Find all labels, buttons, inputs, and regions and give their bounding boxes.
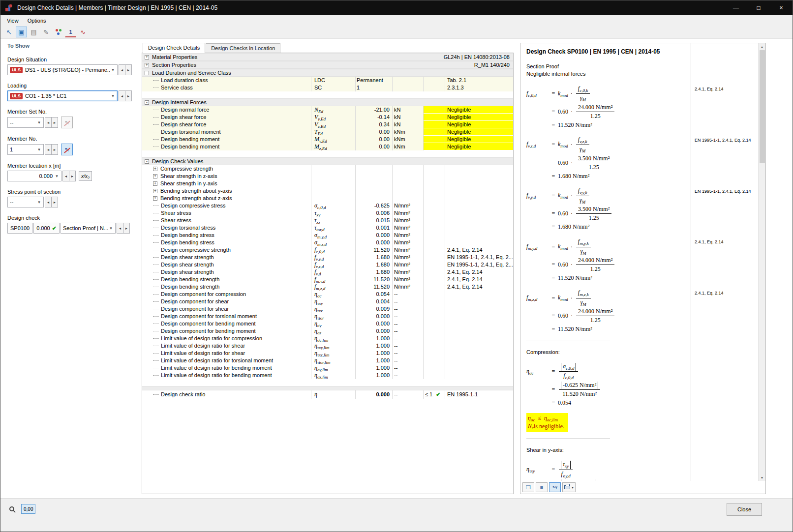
print-button[interactable]: ▾ [562,482,576,492]
pin-check-button[interactable]: ▣ [16,27,27,37]
expand-icon[interactable]: + [153,167,157,171]
table-row[interactable]: Design bending strengthfm,y,d11.520N/mm²… [142,276,513,283]
table-section-row[interactable]: +Material PropertiesGL24h | EN 14080:201… [142,53,513,61]
stress-point-select[interactable]: -- ▾ [7,197,44,207]
menu-options[interactable]: Options [23,17,51,25]
member-prev-button[interactable]: ◄ [45,144,52,155]
member-set-prev-button[interactable]: ◄ [45,117,52,128]
table-row[interactable]: +Bending strength about y-axis [142,187,513,195]
table-row[interactable]: Design bending strengthfm,z,d11.520N/mm²… [142,283,513,291]
result-diagram-button[interactable]: ∿ [77,27,89,37]
pick-member-button[interactable]: ↖ [61,144,73,155]
table-row[interactable]: Design shear strengthfv,d1.680N/mm²2.4.1… [142,268,513,276]
relative-location-button[interactable]: x/x₀ [79,171,92,181]
loading-prev-button[interactable]: ◄ [119,90,125,101]
menu-view[interactable]: View [2,17,23,25]
maximize-button[interactable]: □ [747,0,770,15]
table-row[interactable]: Design component for shearητxz0.009-- [142,305,513,313]
table-row[interactable]: Design component for bending momentησz0.… [142,327,513,335]
stress-point-next-button[interactable]: ► [51,197,58,207]
table-row[interactable]: Limit value of design ratio for bending … [142,364,513,372]
table-row[interactable]: Design shear forceVz,Ed0.34kNNegligible [142,121,513,128]
numbering-button[interactable]: 1 [65,27,76,37]
design-situation-prev-button[interactable]: ◄ [119,64,125,75]
expand-icon[interactable]: + [153,181,157,186]
design-check-prev-button[interactable]: ◄ [117,223,123,234]
design-check-next-button[interactable]: ► [123,223,130,234]
member-select[interactable]: 1 ▾ [7,144,44,155]
scroll-up-icon[interactable]: ▲ [761,43,764,50]
loading-next-button[interactable]: ► [125,90,132,101]
table-row[interactable]: Design torsional momentTEd0.00kNmNegligi… [142,128,513,136]
expand-icon[interactable]: + [145,55,149,59]
table-row[interactable]: Shear stressτxy0.006N/mm² [142,209,513,217]
expand-icon[interactable]: + [153,196,157,201]
design-situation-select[interactable]: ULS DS1 - ULS (STR/GEO) - Permane... ▾ [7,64,118,75]
expand-icon[interactable]: + [153,189,157,193]
loading-select[interactable]: ULS CO1 - 1.35 * LC1 ▾ [7,90,118,101]
color-scheme-button[interactable] [53,27,64,37]
table-row[interactable]: Design shear strengthfv,y,d1.680N/mm²EN … [142,254,513,261]
table-row[interactable]: Design compressive stressσc,0,d-0.625N/m… [142,202,513,209]
member-location-next-button[interactable]: ► [69,171,76,181]
table-row[interactable]: +Bending strength about z-axis [142,195,513,202]
collapse-icon[interactable]: - [145,100,149,105]
table-row[interactable]: Load duration classLDCPermanentTab. 2.1 [142,77,513,84]
table-row[interactable]: Design check ratioη0.000--≤ 1 ✔EN 1995-1… [142,390,513,399]
table-row[interactable]: +Shear strength in z-axis [142,173,513,180]
table-section-row[interactable]: -Load Duration and Service Class [142,69,513,77]
table-row[interactable]: Design component for bending momentησy0.… [142,320,513,327]
table-row[interactable]: Design bending momentMz,Ed0.00kNmNegligi… [142,143,513,150]
tab-design-checks-in-location[interactable]: Design Checks in Location [206,43,280,53]
table-row[interactable]: Limit value of design ratio for torsiona… [142,357,513,364]
stress-point-prev-button[interactable]: ◄ [45,197,52,207]
table-row[interactable]: Design shear strengthfv,z,d1.680N/mm²EN … [142,261,513,268]
scroll-thumb[interactable] [760,50,765,163]
collapse-icon[interactable]: - [145,71,149,75]
table-row[interactable]: Limit value of design ratio for shearητx… [142,350,513,357]
collapse-icon[interactable]: - [145,159,149,164]
table-row[interactable]: Design normal forceNEd-21.00kNNegligible [142,106,513,114]
decimal-places-button[interactable]: 0,00 [21,504,35,514]
table-row[interactable]: Design component for torsional momentητt… [142,313,513,320]
table-row[interactable]: Design compressive strengthfc,0,d11.520N… [142,246,513,254]
member-set-select[interactable]: -- ▾ [7,117,44,128]
close-window-button[interactable]: × [770,0,793,15]
report-scrollbar[interactable]: ▲ ▼ [758,43,765,481]
table-row[interactable]: Limit value of design ratio for compress… [142,335,513,342]
table-row[interactable]: +Compressive strength [142,165,513,173]
format-settings-button[interactable]: ✎ [40,27,52,37]
table-row[interactable]: Service classSC12.3.1.3 [142,84,513,91]
table-row[interactable]: Limit value of design ratio for bending … [142,372,513,379]
table-row[interactable]: Design torsional stressτtor,d0.001N/mm² [142,224,513,232]
minimize-button[interactable]: — [725,0,747,15]
member-location-prev-button[interactable]: ◄ [62,171,69,181]
table-row[interactable]: Design bending stressσm,y,d0.000N/mm² [142,232,513,239]
select-check-button[interactable]: ↖ [3,27,15,37]
scroll-down-icon[interactable]: ▼ [761,474,764,481]
table-row[interactable]: Design shear forceVy,Ed-0.14kNNegligible [142,114,513,121]
table-row[interactable]: Design component for shearητxy0.004-- [142,298,513,305]
table-section-row[interactable]: +Section PropertiesR_M1 140/240 [142,61,513,69]
table-row[interactable]: Design bending stressσm,z,d0.000N/mm² [142,239,513,246]
close-button[interactable]: Close [727,503,762,516]
table-row[interactable]: Design component for compressionησc0.054… [142,291,513,298]
result-table-button[interactable]: ▤ [28,27,39,37]
zoom-button[interactable] [5,503,18,515]
tab-design-check-details[interactable]: Design Check Details [143,43,205,53]
expand-icon[interactable]: + [153,174,157,178]
table-row[interactable]: +Shear strength in y-axis [142,180,513,187]
sort-order-button[interactable]: z-y [549,482,561,492]
table-row[interactable]: Shear stressτxz0.015N/mm² [142,217,513,224]
table-row[interactable]: Limit value of design ratio for shearητx… [142,342,513,350]
member-location-select[interactable]: 0.000 ▾ [7,171,61,181]
table-section-row[interactable]: -Design Internal Forces [142,98,513,106]
design-situation-next-button[interactable]: ► [125,64,132,75]
expand-rows-button[interactable]: ≡ [536,482,548,492]
table-section-row[interactable]: -Design Check Values [142,157,513,165]
expand-icon[interactable]: + [145,63,149,67]
design-check-select[interactable]: Section Proof | N... ▾ [61,223,116,234]
member-next-button[interactable]: ► [51,144,58,155]
export-table-button[interactable]: ❐ [522,482,534,492]
table-row[interactable]: Design bending momentMy,Ed0.00kNmNegligi… [142,136,513,143]
